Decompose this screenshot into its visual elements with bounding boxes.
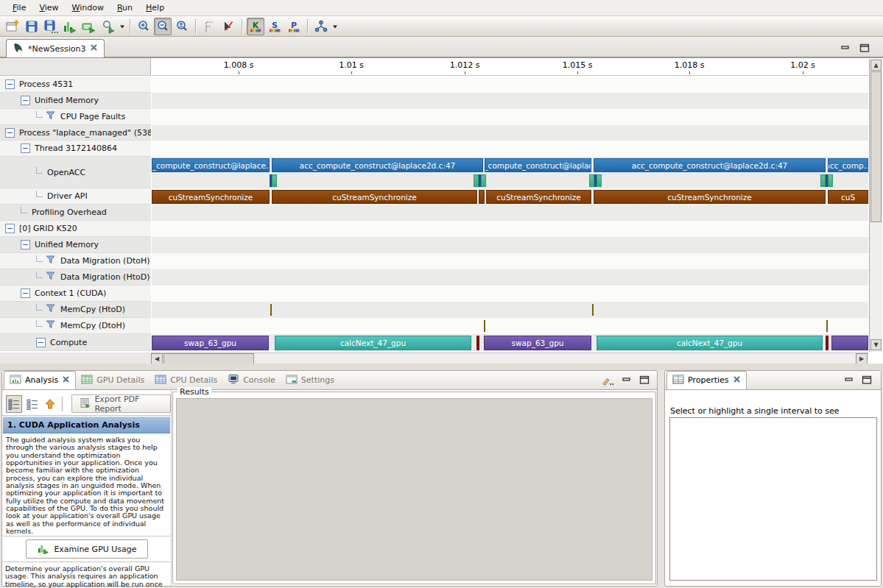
vertical-scrollbar[interactable]: ▲ ▼ [869,59,882,352]
horizontal-scroll-thumb[interactable] [163,353,254,364]
timeline-segment-custreamsynchronize[interactable]: cuStreamSynchronize [486,190,591,204]
timeline-segment-c-compute-construct-laplace[interactable]: c_compute_construct@laplace... [152,158,270,172]
timeline-ruler[interactable]: 1.008 s1.01 s1.012 s1.015 s1.018 s1.02 s [152,58,868,76]
minimize-icon[interactable] [842,375,856,387]
timeline-track-unified-memory[interactable] [152,237,868,253]
sidebar-item-memcpy-dtoh[interactable]: MemCpy (DtoH) [0,318,151,334]
timeline-segment[interactable] [479,190,485,204]
collapse-expander-icon[interactable] [21,96,30,105]
timeline-track-unified-memory[interactable] [152,93,868,109]
collapse-expander-icon[interactable] [5,79,15,89]
collapse-expander-icon[interactable] [21,240,30,249]
sidebar-item-profiling-overhead[interactable]: Profiling Overhead [0,205,151,221]
run-configuration-button[interactable] [80,18,98,35]
scroll-up-icon[interactable]: ▲ [870,60,882,71]
timeline-track-context-1-cuda[interactable] [152,286,868,302]
stream-colors-button[interactable]: S [266,18,284,35]
timeline-track-process-laplace-managed-538[interactable] [152,125,868,141]
timeline-segment-calcnext-47-gpu[interactable]: calcNext_47_gpu [275,336,471,350]
memcpy-interval[interactable] [484,320,485,332]
timeline-track-driver-api[interactable]: cuStreamSynchronizecuStreamSynchronizecu… [152,188,868,205]
collapse-expander-icon[interactable] [5,224,15,233]
vertical-scroll-thumb[interactable] [870,71,882,222]
guided-analysis-icon[interactable] [6,395,22,413]
tab-session[interactable]: *NewSession3 [6,39,105,57]
sidebar-item-unified-memory[interactable]: Unified Memory [0,237,151,253]
openacc-wait-marker[interactable] [270,174,277,187]
unguided-analysis-icon[interactable] [24,395,40,413]
timeline-track-profiling-overhead[interactable] [152,205,868,221]
sidebar-item-openacc[interactable]: OpenACC [0,157,151,188]
timeline-segment[interactable] [826,336,829,350]
close-icon[interactable] [733,375,741,386]
timeline-track-openacc[interactable]: c_compute_construct@laplace...acc_comput… [152,157,868,188]
tab-properties[interactable]: Properties [666,371,747,389]
timeline-segment-custreamsynchronize[interactable]: cuStreamSynchronize [272,190,477,204]
openacc-wait-marker[interactable] [589,174,602,187]
timeline-segment-cus[interactable]: cuS [828,190,868,204]
timeline-segment[interactable] [831,336,868,350]
openacc-wait-marker[interactable] [474,174,486,187]
marker-ruler-button[interactable] [200,18,218,35]
call-tree-button[interactable] [312,18,330,35]
timeline-track-thread-3172140864[interactable] [152,141,868,157]
tab-settings[interactable]: Settings [281,371,340,389]
zoom-in-button[interactable] [135,18,152,35]
timeline-track-process-4531[interactable] [152,77,868,93]
sidebar-item-compute[interactable]: Compute [0,334,151,351]
minimize-icon[interactable] [620,375,633,389]
timeline-segment-custreamsynchronize[interactable]: cuStreamSynchronize [152,190,270,204]
save-button[interactable] [23,18,41,35]
dropdown-caret-icon[interactable] [118,18,126,35]
up-level-icon[interactable] [42,395,58,413]
scroll-down-icon[interactable]: ▼ [870,339,882,350]
timeline-track-compute[interactable]: swap_63_gpucalcNext_47_gpuswap_63_gpucal… [152,334,868,351]
menu-view[interactable]: View [32,1,65,14]
tab-gpu-details[interactable]: GPU Details [76,371,149,389]
timeline-segment-acc-compute-construct-laplace2d-c-47[interactable]: acc_compute_construct@laplace2d.c:47 [594,158,826,172]
sidebar-item-context-1-cuda[interactable]: Context 1 (CUDA) [0,286,151,302]
scroll-left-icon[interactable]: ◀ [151,353,163,364]
collapse-expander-icon[interactable] [36,338,46,347]
maximize-icon[interactable] [638,375,651,389]
sidebar-item-data-migration-dtoh[interactable]: Data Migration (DtoH) [0,253,151,269]
run-analysis-button[interactable] [99,18,117,35]
memcpy-interval[interactable] [592,304,594,316]
sidebar-item-data-migration-htod[interactable]: Data Migration (HtoD) [0,269,151,286]
marker-pointer-button[interactable] [219,18,237,35]
horizontal-sash[interactable] [0,364,883,370]
kernel-colors-button[interactable]: K [247,18,264,35]
memcpy-interval[interactable] [270,304,272,316]
timeline-segment-acc-compute-construct-laplace2d-c-47[interactable]: acc_compute_construct@laplace2d.c:47 [272,158,483,172]
horizontal-scrollbar[interactable]: ◀ ▶ [151,353,868,364]
timeline-segment-swap-63-gpu[interactable]: swap_63_gpu [484,336,591,350]
sidebar-item-cpu-page-faults[interactable]: CPU Page Faults [0,109,151,125]
minimize-icon[interactable] [838,42,853,54]
new-session-button[interactable] [4,18,21,35]
sidebar-item-driver-api[interactable]: Driver API [0,188,151,205]
maximize-icon[interactable] [860,375,873,387]
timeline-track-memcpy-dtoh[interactable] [152,318,868,334]
timeline-segment-acc-compute-construct-laplace[interactable]: acc_compute_construct@laplace... [485,158,591,172]
timeline-track-data-migration-dtoh[interactable] [152,253,868,269]
sidebar-item-thread-3172140864[interactable]: Thread 3172140864 [0,141,151,157]
collapse-expander-icon[interactable] [21,288,30,298]
save-all-button[interactable] [42,18,60,35]
menu-help[interactable]: Help [139,1,171,14]
menu-file[interactable]: File [6,1,32,14]
close-icon[interactable] [62,375,70,386]
memcpy-interval[interactable] [826,320,828,332]
sidebar-item-unified-memory[interactable]: Unified Memory [0,93,151,109]
zoom-fit-button[interactable] [173,18,191,35]
timeline-segment-calcnext-47-gpu[interactable]: calcNext_47_gpu [597,336,823,350]
menu-window[interactable]: Window [66,1,110,14]
timeline-segment-custreamsynchronize[interactable]: cuStreamSynchronize [594,190,826,204]
sidebar-item-0-grid-k520[interactable]: [0] GRID K520 [0,221,151,237]
timeline-track-0-grid-k520[interactable] [152,221,868,237]
collapse-expander-icon[interactable] [21,144,30,153]
process-colors-button[interactable]: P [285,18,303,35]
maximize-icon[interactable] [857,42,872,54]
export-pdf-report-button[interactable]: Export PDF Report [71,394,171,413]
close-icon[interactable] [90,43,98,54]
sidebar-item-memcpy-htod[interactable]: MemCpy (HtoD) [0,302,151,318]
